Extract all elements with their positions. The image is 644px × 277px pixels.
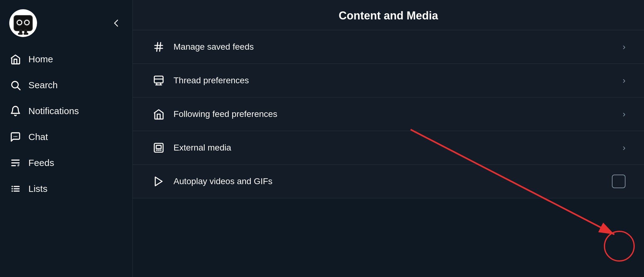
- sidebar-item-lists[interactable]: Lists: [0, 176, 132, 202]
- sidebar-top: [0, 6, 132, 46]
- annotation-circle: [604, 231, 635, 262]
- svg-line-12: [18, 87, 20, 90]
- svg-point-3: [19, 22, 20, 23]
- sidebar-item-search[interactable]: Search: [0, 72, 132, 98]
- settings-section-2: Autoplay videos and GIFs: [133, 165, 644, 198]
- settings-item-manage-saved-feeds-label: Manage saved feeds: [174, 42, 623, 52]
- sidebar-item-feeds-label: Feeds: [28, 158, 54, 168]
- svg-rect-10: [24, 33, 28, 35]
- play-icon: [151, 174, 166, 189]
- svg-point-20: [11, 186, 13, 187]
- nav-menu: Home Search Notifications Chat #: [0, 46, 132, 202]
- bell-icon: [9, 105, 22, 117]
- back-button[interactable]: [110, 16, 123, 30]
- svg-point-21: [11, 188, 13, 190]
- svg-point-13: [14, 136, 15, 137]
- avatar: [9, 9, 37, 37]
- sidebar-item-notifications-label: Notifications: [28, 106, 79, 116]
- settings-item-thread-preferences-label: Thread preferences: [174, 76, 623, 85]
- feeds-icon: #: [9, 157, 22, 169]
- sidebar-item-feeds[interactable]: # Feeds: [0, 150, 132, 176]
- hashtag-icon: [151, 39, 166, 54]
- chevron-right-icon-3: ›: [623, 109, 625, 119]
- media-icon: [151, 140, 166, 155]
- svg-rect-36: [156, 145, 161, 149]
- settings-list: Manage saved feeds › Thread p: [133, 30, 644, 198]
- search-icon: [9, 79, 22, 91]
- settings-item-external-media-label: External media: [174, 143, 623, 153]
- svg-marker-40: [155, 177, 162, 186]
- autoplay-checkbox[interactable]: [612, 175, 625, 188]
- main-header: Content and Media: [133, 0, 644, 30]
- sidebar-item-search-label: Search: [28, 80, 58, 90]
- svg-rect-9: [18, 33, 23, 35]
- sidebar-item-lists-label: Lists: [28, 184, 48, 194]
- page-title: Content and Media: [151, 9, 625, 22]
- svg-point-22: [11, 190, 13, 192]
- svg-point-15: [16, 136, 17, 137]
- svg-point-14: [15, 136, 16, 137]
- settings-item-autoplay-label: Autoplay videos and GIFs: [174, 176, 612, 186]
- main-panel: Content and Media Manage saved feeds: [133, 0, 644, 277]
- chevron-right-icon-4: ›: [623, 143, 625, 153]
- settings-item-autoplay[interactable]: Autoplay videos and GIFs: [133, 165, 644, 198]
- sidebar-item-chat-label: Chat: [28, 132, 48, 142]
- thread-icon: [151, 73, 166, 88]
- settings-item-following-feed-label: Following feed preferences: [174, 109, 623, 119]
- settings-item-thread-preferences[interactable]: Thread preferences ›: [133, 64, 644, 97]
- chat-icon: [9, 131, 22, 143]
- sidebar: Home Search Notifications Chat #: [0, 0, 133, 277]
- svg-rect-35: [154, 143, 163, 152]
- settings-item-manage-saved-feeds[interactable]: Manage saved feeds ›: [133, 30, 644, 64]
- lists-icon: [9, 183, 22, 195]
- settings-section-1: Manage saved feeds › Thread p: [133, 30, 644, 165]
- home-icon: [9, 53, 22, 65]
- sidebar-item-home[interactable]: Home: [0, 46, 132, 72]
- home-small-icon: [151, 107, 166, 122]
- svg-point-6: [26, 22, 28, 23]
- settings-item-following-feed-preferences[interactable]: Following feed preferences ›: [133, 97, 644, 131]
- sidebar-item-home-label: Home: [28, 54, 53, 64]
- svg-line-28: [157, 43, 158, 52]
- chevron-right-icon-2: ›: [623, 76, 625, 85]
- svg-line-29: [160, 43, 161, 52]
- avatar-icon: [11, 11, 36, 35]
- main-content: Content and Media Manage saved feeds: [133, 0, 644, 198]
- svg-text:#: #: [17, 163, 20, 167]
- sidebar-item-notifications[interactable]: Notifications: [0, 98, 132, 124]
- sidebar-item-chat[interactable]: Chat: [0, 124, 132, 150]
- settings-item-external-media[interactable]: External media ›: [133, 131, 644, 164]
- chevron-right-icon: ›: [623, 42, 625, 52]
